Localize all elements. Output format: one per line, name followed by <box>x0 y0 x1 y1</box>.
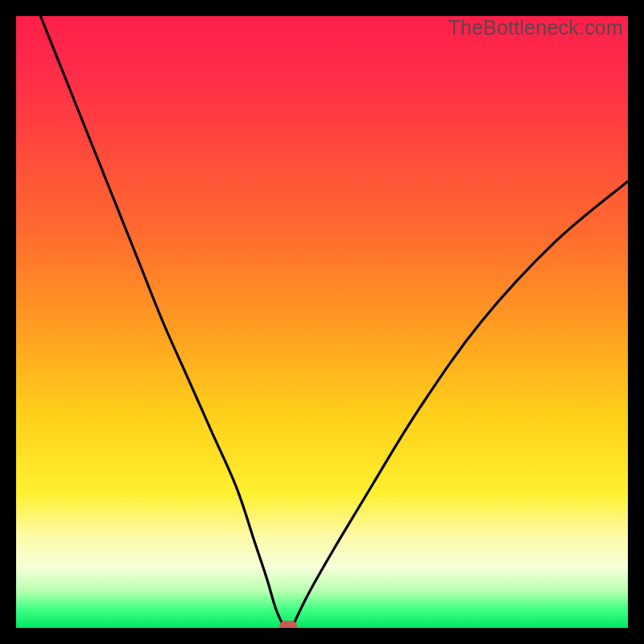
bottleneck-curve <box>16 16 628 628</box>
optimal-point-marker <box>279 621 297 628</box>
plot-frame: TheBottleneck.com <box>16 16 628 628</box>
